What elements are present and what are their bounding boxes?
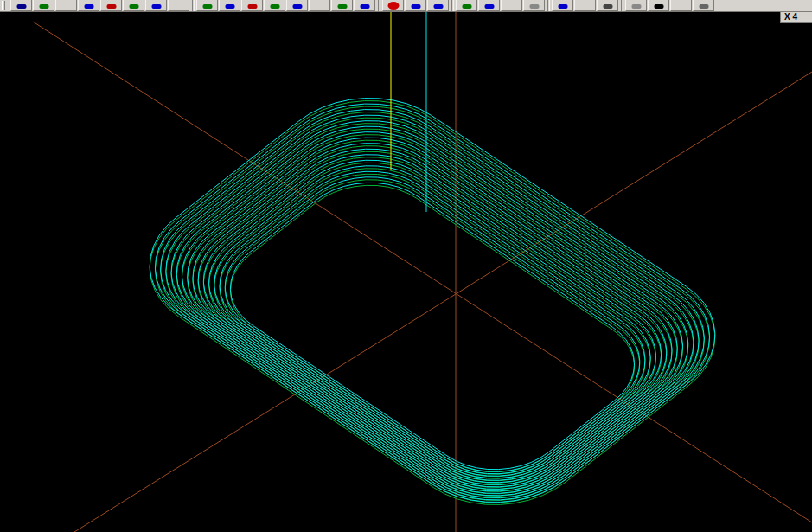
toolbar-button-icon xyxy=(654,4,663,9)
toolbar-button-icon xyxy=(699,4,708,9)
toolbar-button-icon xyxy=(247,4,257,9)
coordinate-readout-text: X 4 xyxy=(784,12,797,22)
toolbar xyxy=(0,0,812,12)
toolpath-ring-cyan xyxy=(155,104,709,500)
toolbar-button[interactable] xyxy=(523,0,545,11)
toolpath-ring-cyan xyxy=(203,155,661,480)
toolbar-row xyxy=(10,0,715,11)
toolpath-ring-cyan xyxy=(220,171,645,473)
viewport-canvas[interactable] xyxy=(0,12,812,532)
toolbar-button-icon xyxy=(411,4,420,9)
toolbar-button[interactable] xyxy=(552,0,573,11)
toolpath-ring-green xyxy=(230,185,634,471)
toolbar-button[interactable] xyxy=(286,0,308,11)
toolbar-button-icon xyxy=(529,4,539,9)
toolpath-ring-green xyxy=(155,106,709,503)
toolbar-separator xyxy=(378,0,380,11)
toolbar-button-icon xyxy=(270,4,279,9)
toolbar-button[interactable] xyxy=(648,0,669,11)
toolbar-button[interactable] xyxy=(456,0,477,11)
toolbar-separator xyxy=(547,0,550,11)
toolbar-button-icon xyxy=(39,4,48,9)
toolbar-button-icon xyxy=(387,2,399,10)
toolbar-button[interactable] xyxy=(145,0,167,11)
app-window: { "toolbar": { "bg": "#d6d3ce", "items":… xyxy=(0,0,812,532)
toolbar-button-icon xyxy=(558,4,567,9)
toolpath-ring-cyan xyxy=(166,115,699,496)
toolbar-button-icon xyxy=(484,4,494,9)
toolbar-button[interactable] xyxy=(382,0,404,11)
toolbar-button[interactable] xyxy=(693,0,714,11)
toolbar-button-icon xyxy=(106,4,116,9)
toolbar-button[interactable] xyxy=(196,0,218,11)
toolbar-button[interactable] xyxy=(574,0,596,11)
toolbar-button[interactable] xyxy=(241,0,263,11)
toolbar-button[interactable] xyxy=(100,0,122,11)
toolbar-button-icon xyxy=(603,4,612,9)
toolbar-button[interactable] xyxy=(405,0,426,11)
toolbar-button[interactable] xyxy=(219,0,240,11)
toolpath-ring-green xyxy=(198,151,667,484)
toolbar-button[interactable] xyxy=(10,0,32,11)
toolbar-button[interactable] xyxy=(78,0,99,11)
toolpath-ring-cyan xyxy=(225,177,640,471)
toolbar-button[interactable] xyxy=(33,0,54,11)
toolbar-button-icon xyxy=(202,4,212,9)
toolbar-button-icon xyxy=(84,4,93,9)
toolpath-ring-cyan xyxy=(209,160,656,478)
toolbar-grip[interactable] xyxy=(2,1,5,10)
toolbar-button[interactable] xyxy=(331,0,353,11)
toolbar-button-icon xyxy=(225,4,234,9)
toolbar-button-icon xyxy=(433,4,443,9)
toolpath-ring-cyan xyxy=(198,149,667,482)
toolbar-button[interactable] xyxy=(123,0,144,11)
toolbar-separator xyxy=(192,0,195,11)
toolbar-separator xyxy=(451,0,454,11)
toolbar-separator xyxy=(621,0,623,11)
toolbar-button-icon xyxy=(360,4,369,9)
toolbar-button[interactable] xyxy=(354,0,375,11)
toolbar-button[interactable] xyxy=(55,0,77,11)
toolbar-button-icon xyxy=(462,4,471,9)
toolbar-button[interactable] xyxy=(670,0,692,11)
toolbar-button[interactable] xyxy=(168,0,189,11)
toolbar-button[interactable] xyxy=(501,0,522,11)
toolbar-button[interactable] xyxy=(625,0,647,11)
toolpath-ring-green xyxy=(225,180,640,474)
toolbar-button-icon xyxy=(292,4,302,9)
toolbar-button[interactable] xyxy=(309,0,330,11)
toolbar-button[interactable] xyxy=(597,0,618,11)
viewport[interactable] xyxy=(0,12,812,532)
toolpath-ring-cyan xyxy=(150,99,715,503)
coordinate-readout: X 4 xyxy=(780,12,812,23)
toolbar-button-icon xyxy=(337,4,347,9)
toolbar-button[interactable] xyxy=(427,0,449,11)
toolbar-button-icon xyxy=(129,4,138,9)
toolbar-button[interactable] xyxy=(478,0,500,11)
toolbar-button[interactable] xyxy=(264,0,285,11)
toolbar-button-icon xyxy=(16,4,26,9)
toolbar-button-icon xyxy=(151,4,161,9)
toolbar-button-icon xyxy=(631,4,641,9)
